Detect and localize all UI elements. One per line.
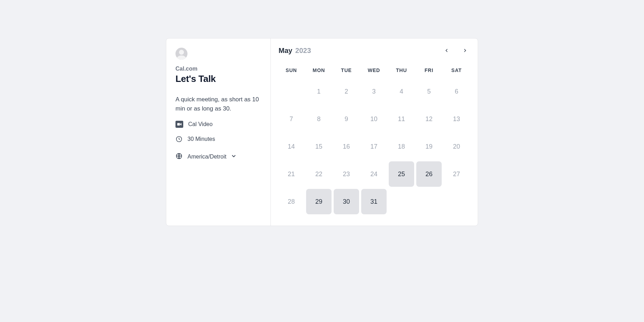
weekday-label: FRI: [416, 67, 442, 73]
calendar-day: 11: [389, 106, 414, 132]
calendar-day: 3: [361, 79, 387, 104]
calendar-day: 9: [334, 106, 359, 132]
chevron-right-icon: [462, 48, 468, 53]
location-label: Cal Video: [188, 121, 213, 127]
calendar-day: 5: [416, 79, 442, 104]
year-label: 2023: [295, 47, 311, 54]
event-description: A quick meeting, as short as 10 min or a…: [175, 95, 262, 113]
booking-card: Cal.com Let's Talk A quick meeting, as s…: [166, 38, 478, 226]
org-name: Cal.com: [175, 66, 262, 72]
calendar-day: 17: [361, 134, 387, 159]
calendar-day: 8: [306, 106, 332, 132]
calendar-day: 18: [389, 134, 414, 159]
weekday-label: SAT: [444, 67, 469, 73]
calendar-day: 27: [444, 161, 469, 187]
video-icon: [175, 121, 183, 128]
duration-label: 30 Minutes: [187, 136, 215, 142]
weekday-header: SUNMONTUEWEDTHUFRISAT: [279, 67, 469, 73]
calendar-day: 19: [416, 134, 442, 159]
calendar-day: 2: [334, 79, 359, 104]
calendar-day[interactable]: 25: [389, 161, 414, 187]
month-label: May: [279, 47, 292, 54]
calendar-day: 1: [306, 79, 332, 104]
weekday-label: MON: [306, 67, 332, 73]
prev-month-button[interactable]: [442, 46, 451, 55]
calendar-day: 28: [279, 189, 304, 214]
calendar-day: 14: [279, 134, 304, 159]
calendar-day: 4: [389, 79, 414, 104]
calendar-day[interactable]: 30: [334, 189, 359, 214]
calendar-day: 7: [279, 106, 304, 132]
chevron-down-icon: [231, 153, 237, 161]
calendar-panel: May 2023 SUNMONTUEWEDTHUFRISAT 123456789…: [271, 38, 478, 226]
next-month-button[interactable]: [461, 46, 469, 55]
calendar-day: 12: [416, 106, 442, 132]
event-title: Let's Talk: [175, 73, 262, 84]
calendar-day: 6: [444, 79, 469, 104]
calendar-day: 21: [279, 161, 304, 187]
clock-icon: [175, 136, 183, 143]
calendar-day: 16: [334, 134, 359, 159]
weekday-label: TUE: [334, 67, 359, 73]
svg-rect-0: [177, 123, 180, 126]
timezone-selector[interactable]: America/Detroit: [175, 153, 262, 161]
calendar-grid: 1234567891011121314151617181920212223242…: [279, 79, 469, 214]
calendar-day-empty: [389, 189, 414, 214]
timezone-label: America/Detroit: [187, 154, 226, 160]
weekday-label: WED: [361, 67, 387, 73]
chevron-left-icon: [444, 48, 449, 53]
calendar-day-empty: [279, 79, 304, 104]
calendar-day: 24: [361, 161, 387, 187]
calendar-day-empty: [444, 189, 469, 214]
calendar-nav: [442, 46, 469, 55]
calendar-day: 23: [334, 161, 359, 187]
calendar-day: 13: [444, 106, 469, 132]
duration-row: 30 Minutes: [175, 136, 262, 143]
location-row: Cal Video: [175, 121, 262, 128]
calendar-day[interactable]: 29: [306, 189, 332, 214]
calendar-day: 15: [306, 134, 332, 159]
calendar-day: 20: [444, 134, 469, 159]
calendar-day[interactable]: 31: [361, 189, 387, 214]
calendar-day: 22: [306, 161, 332, 187]
calendar-header: May 2023: [279, 46, 469, 55]
avatar: [175, 48, 187, 60]
weekday-label: SUN: [279, 67, 304, 73]
calendar-day-empty: [416, 189, 442, 214]
weekday-label: THU: [389, 67, 414, 73]
month-year: May 2023: [279, 47, 311, 55]
globe-icon: [175, 153, 183, 161]
event-details-panel: Cal.com Let's Talk A quick meeting, as s…: [166, 38, 271, 226]
calendar-day: 10: [361, 106, 387, 132]
calendar-day[interactable]: 26: [416, 161, 442, 187]
